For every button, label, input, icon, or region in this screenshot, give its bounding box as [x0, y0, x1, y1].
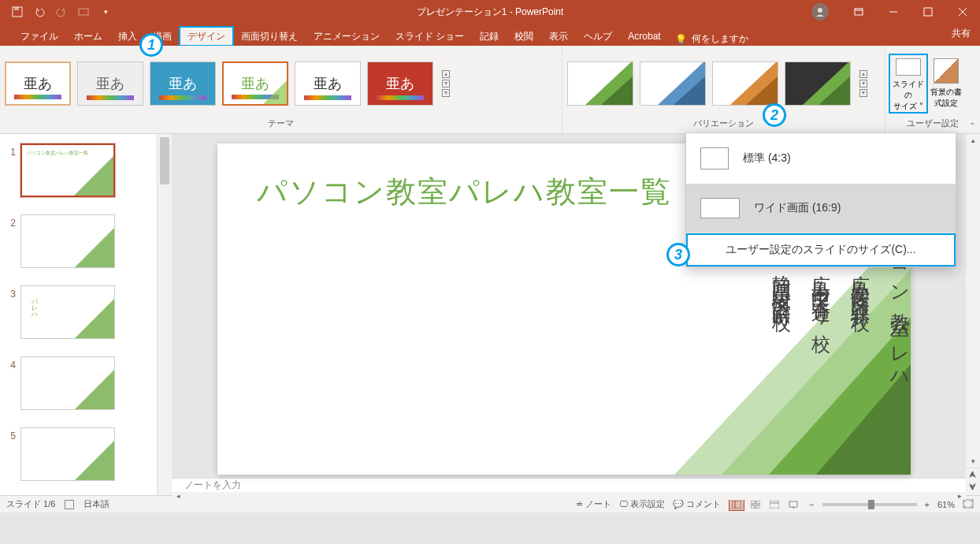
slide-size-icon [896, 58, 921, 76]
tab-animations[interactable]: アニメーション [306, 27, 388, 46]
slide-nav: ⮝ ⮟ [966, 468, 980, 495]
thumb-slide-4[interactable] [20, 356, 115, 410]
tab-transitions[interactable]: 画面切り替え [233, 27, 306, 46]
tell-me[interactable]: 💡何をしますか [675, 32, 748, 46]
next-slide-icon[interactable]: ⮟ [969, 483, 977, 494]
variants-more[interactable]: ▴▾▾ [857, 70, 870, 97]
annotation-badge-3: 3 [666, 243, 690, 266]
maximize-icon[interactable] [911, 0, 945, 24]
accessibility-icon[interactable] [65, 500, 74, 509]
titlebar: ▾ プレゼンテーション1 - PowerPoint [0, 0, 980, 24]
svg-rect-4 [855, 9, 863, 15]
horizontal-scrollbar[interactable]: ◂▸ [172, 492, 966, 500]
thumb-num: 3 [6, 285, 20, 300]
undo-icon[interactable] [33, 6, 46, 18]
svg-marker-9 [263, 80, 287, 104]
menu-item-standard[interactable]: 標準 (4:3) [686, 133, 956, 184]
menu-item-custom-size[interactable]: ユーザー設定のスライドのサイズ(C)... [686, 233, 956, 266]
tab-review[interactable]: 校閲 [507, 27, 541, 46]
redo-icon[interactable] [55, 6, 68, 18]
zoom-value[interactable]: 61% [937, 500, 955, 509]
close-icon[interactable] [945, 0, 980, 24]
share-button[interactable]: 共有 [952, 27, 971, 40]
tab-view[interactable]: 表示 [541, 27, 576, 46]
thumb-num: 2 [6, 214, 20, 229]
fit-to-window-icon[interactable] [963, 499, 974, 510]
svg-rect-33 [756, 505, 760, 509]
annotation-badge-2: 2 [763, 103, 786, 127]
tab-slideshow[interactable]: スライド ショー [388, 27, 472, 46]
slide-body-col2: 広島市中区本通り校 [808, 260, 833, 324]
svg-rect-32 [751, 505, 755, 509]
user-avatar[interactable] [811, 3, 829, 20]
bulb-icon: 💡 [675, 34, 687, 45]
start-from-beginning-icon[interactable] [77, 6, 90, 18]
status-display-settings[interactable]: 🖵 表示設定 [619, 498, 665, 510]
collapse-ribbon-icon[interactable]: ⌃ [969, 121, 975, 130]
tab-home[interactable]: ホーム [66, 27, 110, 46]
svg-marker-22 [75, 441, 114, 480]
theme-thumb-5[interactable]: 亜あ [295, 61, 361, 106]
tab-design[interactable]: デザイン [180, 27, 233, 46]
thumb-slide-3[interactable]: パレハ [20, 285, 115, 339]
theme-thumb-2[interactable]: 亜あ [77, 61, 143, 106]
format-background-icon [934, 58, 959, 84]
zoom-slider[interactable] [822, 503, 917, 506]
tab-help[interactable]: ヘルプ [576, 27, 620, 46]
menu-item-widescreen[interactable]: ワイド画面 (16:9) [686, 184, 956, 233]
theme-thumb-4[interactable]: 亜あ [222, 61, 288, 106]
themes-more[interactable]: ▴▾▾ [440, 70, 452, 97]
svg-rect-34 [770, 501, 779, 509]
annotation-badge-1: 1 [139, 33, 163, 57]
prev-slide-icon[interactable]: ⮝ [969, 470, 977, 481]
minimize-icon[interactable] [876, 0, 911, 24]
thumb-num: 4 [6, 356, 20, 371]
window-title: プレゼンテーション1 - PowerPoint [417, 6, 564, 19]
thumb-num: 1 [6, 143, 20, 158]
status-comments[interactable]: 💬 コメント [673, 498, 721, 510]
svg-marker-18 [74, 156, 113, 196]
notes-pane[interactable]: ノートを入力 [172, 478, 966, 492]
status-notes[interactable]: ≐ ノート [576, 498, 611, 510]
ribbon-design: 亜あ 亜あ 亜あ 亜あ 亜あ 亜あ ▴▾▾ テーマ ▴▾▾ バリエーション スラ… [0, 46, 980, 134]
ratio-16-9-icon [700, 198, 740, 218]
ratio-4-3-icon [700, 147, 729, 170]
ribbon-display-icon[interactable] [841, 0, 876, 24]
svg-marker-19 [75, 228, 114, 267]
group-label-themes: テーマ [5, 117, 557, 132]
slide-thumbnails: 1パソコン教室パレハ教室一覧 2 3パレハ 4 5 6 [0, 134, 158, 495]
variant-2[interactable] [640, 61, 706, 106]
svg-rect-28 [732, 501, 741, 509]
save-icon[interactable] [11, 6, 24, 18]
status-slide-count: スライド 1/6 [6, 498, 55, 510]
vertical-scrollbar[interactable]: ▴▾ ⮝ ⮟ [966, 134, 980, 495]
tab-acrobat[interactable]: Acrobat [620, 27, 668, 46]
tab-file[interactable]: ファイル [13, 27, 66, 46]
thumb-scrollbar[interactable] [158, 134, 172, 495]
qat-more-icon[interactable]: ▾ [99, 6, 112, 18]
zoom-out-icon[interactable]: − [809, 500, 814, 509]
theme-thumb-1[interactable]: 亜あ [5, 61, 71, 106]
tab-record[interactable]: 記録 [472, 27, 507, 46]
thumb-num: 5 [6, 427, 20, 442]
thumb-slide-1[interactable]: パソコン教室パレハ教室一覧 [20, 143, 115, 197]
status-language[interactable]: 日本語 [84, 498, 110, 510]
variant-3[interactable] [712, 61, 778, 106]
theme-thumb-6[interactable]: 亜あ [367, 61, 433, 106]
variant-4[interactable] [785, 61, 851, 106]
svg-marker-20 [75, 299, 114, 338]
thumb-slide-5[interactable] [20, 427, 115, 481]
variant-1[interactable] [567, 61, 633, 106]
zoom-in-icon[interactable]: + [925, 500, 930, 509]
svg-point-3 [818, 8, 822, 13]
slide-size-menu: 標準 (4:3) ワイド画面 (16:9) ユーザー設定のスライドのサイズ(C)… [685, 132, 956, 267]
group-label-user: ユーザー設定 [890, 117, 975, 132]
svg-rect-31 [756, 501, 760, 504]
svg-rect-6 [924, 8, 932, 16]
group-label-variants: バリエーション [567, 117, 880, 132]
theme-thumb-3[interactable]: 亜あ [150, 61, 216, 106]
svg-rect-2 [79, 9, 88, 15]
format-background-button[interactable]: 背景の書式設定 [928, 55, 964, 112]
thumb-slide-2[interactable] [20, 214, 115, 268]
slide-size-button[interactable]: スライドのサイズ ˅ [890, 55, 926, 112]
